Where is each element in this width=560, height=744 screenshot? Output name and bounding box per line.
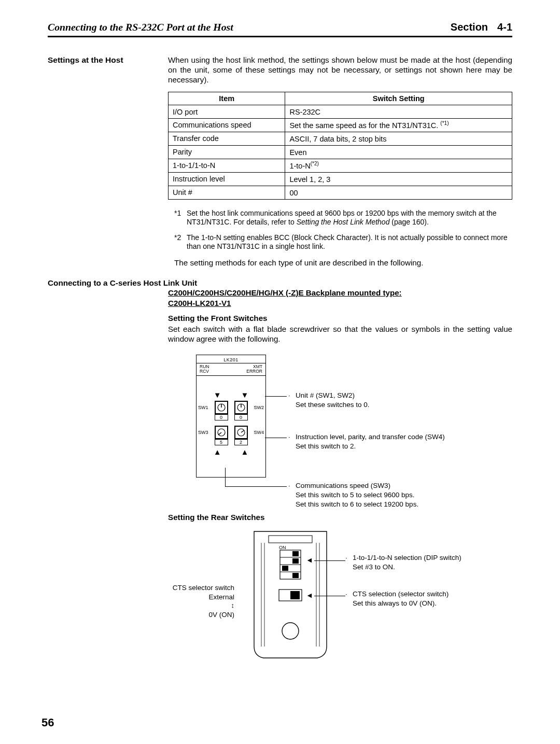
- rear-switches-diagram: ON ◄ ◄ CTS selector switch External ↕ 0V…: [168, 527, 512, 678]
- table-row: I/O port RS-232C: [169, 105, 512, 119]
- footnote-1-text: Set the host link communications speed a…: [187, 209, 512, 227]
- table-cell-item: Transfer code: [169, 132, 285, 146]
- settings-table: Item Switch Setting I/O port RS-232C Com…: [168, 92, 512, 200]
- sw1-label: SW1: [198, 405, 208, 411]
- header-title: Connecting to the RS-232C Port at the Ho…: [48, 21, 233, 34]
- sw2-value: 0: [234, 414, 248, 420]
- callout-text: Set this always to 0V (ON).: [353, 599, 449, 608]
- cts-label: CTS selector switch: [119, 583, 234, 593]
- table-cell-item: I/O port: [169, 105, 285, 119]
- front-panel: LK201 RUN RCV XMT ERROR ▼ ▼: [196, 355, 266, 478]
- svg-point-19: [282, 623, 299, 639]
- table-cell-setting: 00: [285, 186, 512, 199]
- footnote-1: *1 Set the host link communications spee…: [174, 209, 512, 227]
- callout-line: [314, 596, 345, 596]
- callout-text: 1-to-1/1-to-N selection (DIP switch): [353, 553, 461, 563]
- footnotes: *1 Set the host link communications spee…: [174, 209, 512, 251]
- table-cell-setting: Even: [285, 145, 512, 159]
- header-section: Section4-1: [451, 21, 512, 34]
- front-switches-diagram: LK201 RUN RCV XMT ERROR ▼ ▼: [168, 355, 512, 510]
- bullet-icon: ·: [288, 481, 290, 490]
- model-heading: C200H/C200HS/C200HE/HG/HX (-Z)E Backplan…: [168, 288, 512, 309]
- rear-callout-dip: · 1-to-1/1-to-N selection (DIP switch) S…: [353, 553, 461, 572]
- callout-line: [265, 396, 287, 397]
- svg-rect-15: [282, 566, 288, 571]
- connecting-subhead: Connecting to a C-series Host Link Unit: [48, 278, 512, 288]
- arrow-up-icon: ▲: [241, 447, 249, 457]
- sw-row-1: SW1 0 0 SW2: [197, 401, 265, 414]
- svg-line-5: [218, 432, 221, 435]
- table-row: Unit # 00: [169, 186, 512, 199]
- sw2-dial: 0: [234, 401, 248, 414]
- table-row: Communications speed Set the same speed …: [169, 119, 512, 132]
- panel-indicators: RUN RCV XMT ERROR: [197, 363, 265, 376]
- arrow-down-icon: ▼: [214, 390, 221, 400]
- table-header-setting: Switch Setting: [285, 92, 512, 105]
- footnote-2: *2 The 1-to-N setting enables BCC (Block…: [174, 233, 512, 251]
- callout-sw4: · Instruction level, parity, and transfe…: [296, 432, 445, 451]
- footnote-2-text: The 1-to-N setting enables BCC (Block Ch…: [187, 233, 512, 251]
- bullet-icon: ·: [288, 432, 290, 442]
- sw4-value: 2: [234, 439, 248, 445]
- rear-switches-heading: Setting the Rear Switches: [168, 512, 512, 522]
- intro-text: When using the host link method, the set…: [168, 55, 512, 85]
- table-cell-item: Instruction level: [169, 172, 285, 186]
- front-switches-heading: Setting the Front Switches: [168, 313, 512, 323]
- page-header: Connecting to the RS-232C Port at the Ho…: [48, 18, 512, 37]
- callout-sw3: · Communications speed (SW3) Set this sw…: [296, 481, 418, 510]
- table-row: Parity Even: [169, 145, 512, 159]
- svg-rect-14: [292, 558, 299, 564]
- table-header-item: Item: [169, 92, 285, 105]
- sw1-value: 0: [215, 414, 228, 420]
- callout-text: Set this switch to 6 to select 19200 bps…: [296, 500, 418, 509]
- callout-line: [225, 468, 226, 486]
- sw1-dial: 0: [215, 401, 228, 414]
- table-cell-item: Parity: [169, 145, 285, 159]
- svg-rect-13: [292, 551, 299, 556]
- callout-text: CTS selection (selector switch): [353, 589, 449, 599]
- callout-line: [314, 560, 345, 561]
- dial-icon: [234, 401, 248, 414]
- pointer-row: ▲ ▲: [197, 447, 265, 457]
- bullet-icon: ·: [288, 391, 290, 400]
- on-label: ON: [279, 545, 286, 551]
- sw3-value: 5: [215, 439, 228, 445]
- page-number: 56: [41, 715, 54, 730]
- sw3-dial: 5: [215, 426, 228, 439]
- callout-text: Set #3 to ON.: [353, 563, 461, 572]
- table-cell-setting: ASCII, 7 data bits, 2 stop bits: [285, 132, 512, 146]
- 0v-on-label: 0V (ON): [119, 610, 234, 620]
- table-cell-item: 1-to-1/1-to-N: [169, 159, 285, 172]
- rear-callout-cts: · CTS selection (selector switch) Set th…: [353, 589, 449, 608]
- arrow-up-icon: ▲: [214, 447, 221, 457]
- side-heading: Settings at the Host: [48, 55, 168, 268]
- callout-unit: · Unit # (SW1, SW2) Set these switches t…: [296, 391, 370, 410]
- dial-icon: [215, 401, 228, 414]
- table-row: Instruction level Level 1, 2, 3: [169, 172, 512, 186]
- sw4-dial: 2: [234, 426, 248, 439]
- table-cell-setting: RS-232C: [285, 105, 512, 119]
- settings-block: Settings at the Host When using the host…: [48, 55, 512, 268]
- double-arrow-icon: ↕: [119, 601, 234, 610]
- table-row: 1-to-1/1-to-N 1-to-N(*2): [169, 159, 512, 172]
- callout-line: [265, 438, 287, 438]
- footnote-1-marker: *1: [174, 209, 187, 227]
- sw2-label: SW2: [254, 405, 264, 411]
- callout-text: Set this switch to 5 to select 9600 bps.: [296, 490, 418, 500]
- dial-icon: [234, 426, 248, 439]
- rear-left-labels: CTS selector switch External ↕ 0V (ON): [119, 583, 234, 620]
- triangle-left-icon: ◄: [306, 556, 313, 564]
- callout-text: Set these switches to 0.: [296, 400, 370, 410]
- callout-text: Set this switch to 2.: [296, 442, 445, 451]
- callout-text: Unit # (SW1, SW2): [296, 391, 370, 400]
- dial-icon: [215, 426, 228, 439]
- table-cell-item: Communications speed: [169, 119, 285, 132]
- svg-rect-18: [290, 591, 300, 599]
- section-label: Section: [451, 21, 497, 33]
- table-row: Transfer code ASCII, 7 data bits, 2 stop…: [169, 132, 512, 146]
- bullet-icon: ·: [345, 553, 347, 563]
- svg-rect-16: [292, 573, 299, 578]
- arrow-down-icon: ▼: [241, 390, 249, 400]
- settings-content: When using the host link method, the set…: [168, 55, 512, 268]
- callout-text: Instruction level, parity, and transfer …: [296, 432, 445, 442]
